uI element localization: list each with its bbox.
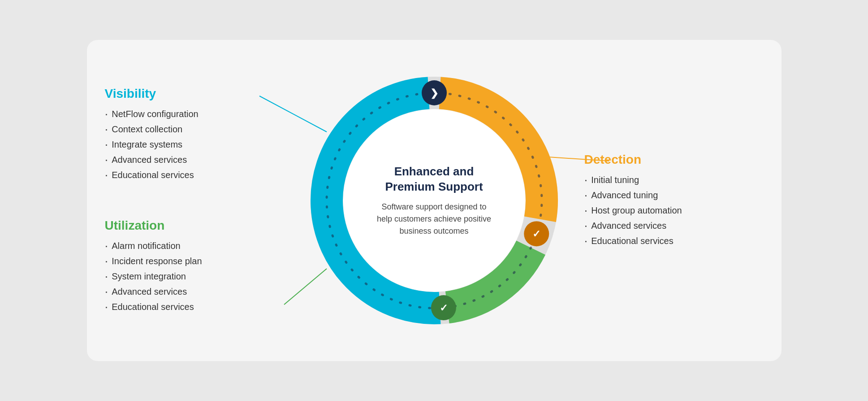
main-card: Visibility NetFlow configuration Context… xyxy=(87,40,782,361)
list-item: Integrate systems xyxy=(105,137,284,152)
svg-text:✓: ✓ xyxy=(439,302,447,314)
utilization-title: Utilization xyxy=(105,218,284,233)
list-item: Host group automation xyxy=(584,203,764,218)
center-description: Software support designed to help custom… xyxy=(376,200,492,237)
list-item: Incident response plan xyxy=(105,253,284,269)
left-panels: Visibility NetFlow configuration Context… xyxy=(105,40,284,361)
svg-text:❯: ❯ xyxy=(430,87,438,99)
svg-text:✓: ✓ xyxy=(532,228,540,240)
list-item: Advanced services xyxy=(105,284,284,299)
utilization-panel: Utilization Alarm notification Incident … xyxy=(105,218,284,314)
list-item: NetFlow configuration xyxy=(105,106,284,122)
donut-chart: ❯✓✓ Enhanced and Premium Support Softwar… xyxy=(309,75,560,326)
visibility-title: Visibility xyxy=(105,87,284,101)
list-item: Advanced services xyxy=(105,152,284,167)
visibility-list: NetFlow configuration Context collection… xyxy=(105,106,284,183)
list-item: Educational services xyxy=(105,299,284,314)
list-item: Initial tuning xyxy=(584,172,764,187)
list-item: Educational services xyxy=(584,233,764,248)
list-item: Context collection xyxy=(105,122,284,137)
list-item: Advanced tuning xyxy=(584,187,764,203)
center-title: Enhanced and Premium Support xyxy=(376,164,492,195)
detection-list: Initial tuning Advanced tuning Host grou… xyxy=(584,172,764,248)
visibility-panel: Visibility NetFlow configuration Context… xyxy=(105,87,284,183)
center-text: Enhanced and Premium Support Software su… xyxy=(376,164,492,237)
list-item: System integration xyxy=(105,269,284,284)
utilization-list: Alarm notification Incident response pla… xyxy=(105,238,284,314)
list-item: Educational services xyxy=(105,167,284,183)
detection-panel: Detection Initial tuning Advanced tuning… xyxy=(584,153,764,248)
detection-title: Detection xyxy=(584,153,764,167)
list-item: Alarm notification xyxy=(105,238,284,253)
list-item: Advanced services xyxy=(584,218,764,233)
